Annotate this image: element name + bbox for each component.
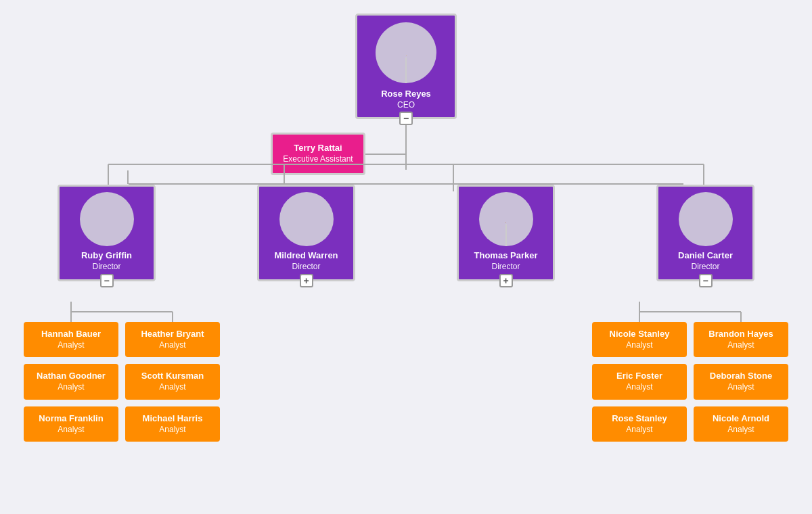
nathan-goodner-name: Nathan Goodner: [29, 371, 113, 382]
ceo-toggle[interactable]: −: [399, 112, 413, 125]
norma-franklin-name: Norma Franklin: [29, 413, 113, 425]
norma-franklin-title: Analyst: [29, 425, 113, 436]
mildred-title: Director: [259, 262, 353, 273]
eric-foster-title: Analyst: [597, 382, 681, 393]
mildred-avatar: [279, 192, 334, 246]
ruby-analysts-pair: Hannah Bauer Analyst Nathan Goodner Anal…: [24, 322, 220, 442]
directors-section: Ruby Griffin Director −: [7, 170, 805, 281]
ceo-title: CEO: [357, 100, 455, 111]
daniel-toggle[interactable]: −: [699, 274, 713, 287]
daniel-carter-node: Daniel Carter Director −: [656, 185, 754, 281]
nicole-stanley-title: Analyst: [597, 340, 681, 351]
analyst-rose-stanley[interactable]: Rose Stanley Analyst: [592, 406, 687, 442]
ruby-griffin-node: Ruby Griffin Director −: [58, 185, 156, 281]
daniel-right-subcol: Brandon Hayes Analyst Deborah Stone Anal…: [694, 322, 788, 442]
thomas-parker-col: Thomas Parker Director +: [457, 185, 555, 281]
daniel-name: Daniel Carter: [658, 250, 752, 262]
ruby-toggle[interactable]: −: [100, 274, 114, 287]
analyst-scott-kursman[interactable]: Scott Kursman Analyst: [125, 364, 220, 399]
mildred-warren-col: Mildred Warren Director +: [257, 185, 355, 281]
michael-harris-name: Michael Harris: [131, 413, 215, 425]
analyst-hannah-bauer[interactable]: Hannah Bauer Analyst: [24, 322, 118, 357]
analyst-norma-franklin[interactable]: Norma Franklin Analyst: [24, 406, 118, 442]
org-chart: Rose Reyes CEO − Terry Rattai Execu: [0, 0, 812, 455]
analyst-eric-foster[interactable]: Eric Foster Analyst: [592, 364, 687, 399]
mildred-name: Mildred Warren: [259, 250, 353, 262]
ruby-name: Ruby Griffin: [60, 250, 154, 262]
daniel-left-subcol: Nicole Stanley Analyst Eric Foster Analy…: [592, 322, 687, 442]
analysts-section: Hannah Bauer Analyst Nathan Goodner Anal…: [7, 302, 805, 442]
ruby-left-subcol: Hannah Bauer Analyst Nathan Goodner Anal…: [24, 322, 118, 442]
daniel-analysts-group: Nicole Stanley Analyst Eric Foster Analy…: [589, 302, 792, 442]
ceo-avatar: [376, 22, 436, 83]
ruby-avatar: [80, 192, 134, 246]
michael-harris-title: Analyst: [131, 425, 215, 436]
analyst-deborah-stone[interactable]: Deborah Stone Analyst: [694, 364, 788, 399]
rose-stanley-name: Rose Stanley: [597, 413, 681, 425]
assistant-name: Terry Rattai: [279, 143, 357, 154]
deborah-stone-title: Analyst: [699, 382, 783, 393]
thomas-parker-node: Thomas Parker Director +: [457, 185, 555, 281]
daniel-title: Director: [658, 262, 752, 273]
analyst-nicole-stanley[interactable]: Nicole Stanley Analyst: [592, 322, 687, 357]
assistant-hline: [365, 154, 406, 155]
ruby-right-subcol: Heather Bryant Analyst Scott Kursman Ana…: [125, 322, 220, 442]
ruby-title: Director: [60, 262, 154, 273]
thomas-name: Thomas Parker: [459, 250, 553, 262]
analyst-brandon-hayes[interactable]: Brandon Hayes Analyst: [694, 322, 788, 357]
scott-kursman-title: Analyst: [131, 382, 215, 393]
deborah-stone-name: Deborah Stone: [699, 371, 783, 382]
thomas-toggle[interactable]: +: [499, 274, 513, 287]
ruby-griffin-col: Ruby Griffin Director −: [58, 185, 156, 281]
eric-foster-name: Eric Foster: [597, 371, 681, 382]
analyst-michael-harris[interactable]: Michael Harris Analyst: [125, 406, 220, 442]
brandon-hayes-name: Brandon Hayes: [699, 329, 783, 340]
analyst-heather-bryant[interactable]: Heather Bryant Analyst: [125, 322, 220, 357]
assistant-title: Executive Assistant: [279, 154, 357, 165]
daniel-analysts-connector-svg: [589, 302, 792, 322]
mildred-warren-node: Mildred Warren Director +: [257, 185, 355, 281]
hannah-bauer-title: Analyst: [29, 340, 113, 351]
scott-kursman-name: Scott Kursman: [131, 371, 215, 382]
nicole-arnold-name: Nicole Arnold: [699, 413, 783, 425]
hannah-bauer-name: Hannah Bauer: [29, 329, 113, 340]
thomas-avatar: [479, 192, 533, 246]
ceo-node: Rose Reyes CEO −: [355, 14, 457, 119]
ceo-name: Rose Reyes: [357, 89, 455, 100]
assistant-node: Terry Rattai Executive Assistant: [271, 133, 365, 174]
nathan-goodner-title: Analyst: [29, 382, 113, 393]
ruby-analysts-group: Hannah Bauer Analyst Nathan Goodner Anal…: [20, 302, 223, 442]
rose-stanley-title: Analyst: [597, 425, 681, 436]
brandon-hayes-title: Analyst: [699, 340, 783, 351]
daniel-analysts-pair: Nicole Stanley Analyst Eric Foster Analy…: [592, 322, 788, 442]
ruby-analysts-connector-svg: [20, 302, 223, 322]
nicole-stanley-name: Nicole Stanley: [597, 329, 681, 340]
analyst-nathan-goodner[interactable]: Nathan Goodner Analyst: [24, 364, 118, 399]
analyst-nicole-arnold[interactable]: Nicole Arnold Analyst: [694, 406, 788, 442]
heather-bryant-name: Heather Bryant: [131, 329, 215, 340]
heather-bryant-title: Analyst: [131, 340, 215, 351]
daniel-avatar: [679, 192, 733, 246]
mildred-toggle[interactable]: +: [300, 274, 313, 287]
thomas-title: Director: [459, 262, 553, 273]
daniel-carter-col: Daniel Carter Director −: [656, 185, 754, 281]
nicole-arnold-title: Analyst: [699, 425, 783, 436]
